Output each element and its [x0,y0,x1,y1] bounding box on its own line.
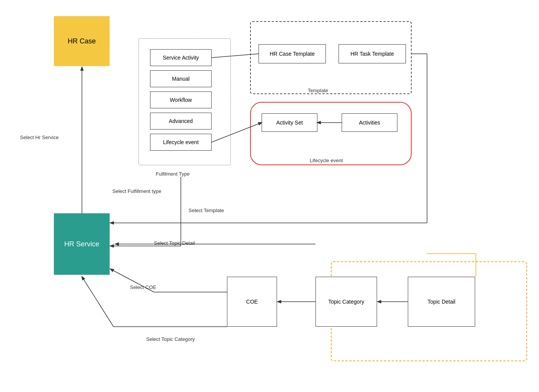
topic-category-box: Topic Category [315,277,377,327]
select-topic-detail-label: Select Topic Detail [154,240,195,246]
template-label: Template [308,88,328,93]
activity-set-box: Activity Set [262,113,317,132]
hr-case-template-box: HR Case Template [259,44,326,63]
workflow-box: Workflow [150,91,212,108]
select-topic-category-label: Select Topic Category [146,336,195,342]
diagram-container: HR Case HR Service Fulfilment Type Servi… [0,0,539,392]
lifecycle-container [250,102,412,165]
hr-service-box: HR Service [54,213,110,275]
svg-line-15 [82,277,113,327]
coe-box: COE [227,277,277,327]
select-coe-label: Select COE [130,284,156,290]
service-activity-box: Service Activity [150,49,212,66]
select-template-label: Select Template [189,208,224,213]
select-fulfillment-label: Select Fulfillment type [112,188,161,194]
hr-case-box: HR Case [54,16,110,66]
lifecycle-label: Lifecycle event [310,158,343,163]
fulfillment-label: Fulfilment Type [156,171,190,177]
select-hr-service-label: Select Hr Service [20,135,58,140]
topic-detail-box: Topic Detail [408,277,475,327]
activities-box: Activities [342,113,397,132]
manual-box: Manual [150,70,212,87]
advanced-box: Advanced [150,113,212,130]
hr-task-template-box: HR Task Template [339,44,406,63]
lifecycle-event-btn: Lifecycle event [150,134,212,151]
